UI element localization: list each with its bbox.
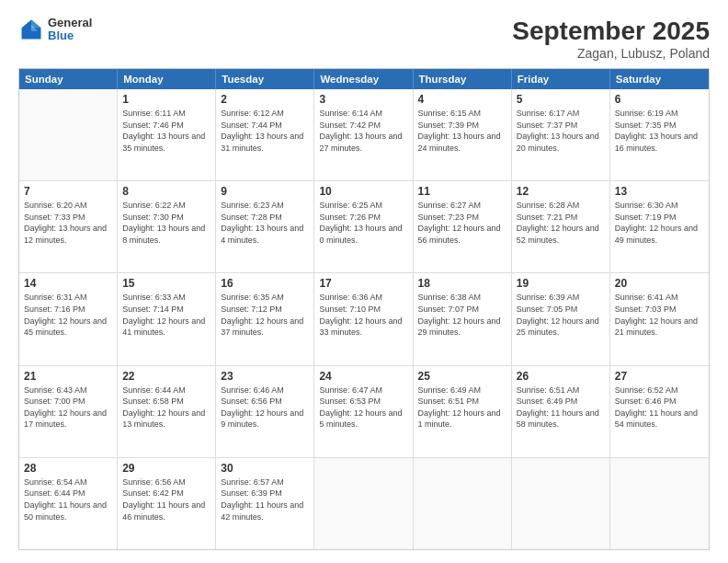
cell-w4-d5	[512, 458, 610, 549]
cell-w0-d0	[19, 89, 118, 180]
cell-w4-d2: 30Sunrise: 6:57 AM Sunset: 6:39 PM Dayli…	[216, 458, 314, 549]
day-number: 17	[319, 277, 407, 290]
cell-w1-d6: 13Sunrise: 6:30 AM Sunset: 7:19 PM Dayli…	[610, 181, 709, 272]
cell-detail: Sunrise: 6:31 AM Sunset: 7:16 PM Dayligh…	[24, 292, 112, 338]
calendar-body: 1Sunrise: 6:11 AM Sunset: 7:46 PM Daylig…	[19, 89, 709, 549]
logo-general: General	[48, 17, 92, 29]
day-number: 13	[615, 185, 704, 198]
day-number: 25	[418, 370, 506, 383]
cell-w1-d5: 12Sunrise: 6:28 AM Sunset: 7:21 PM Dayli…	[512, 181, 610, 272]
cell-detail: Sunrise: 6:39 AM Sunset: 7:05 PM Dayligh…	[517, 292, 605, 338]
cell-detail: Sunrise: 6:38 AM Sunset: 7:07 PM Dayligh…	[418, 292, 506, 338]
header-sunday: Sunday	[19, 69, 118, 89]
logo-icon	[18, 17, 44, 42]
cell-w2-d0: 14Sunrise: 6:31 AM Sunset: 7:16 PM Dayli…	[19, 273, 118, 364]
cell-w4-d1: 29Sunrise: 6:56 AM Sunset: 6:42 PM Dayli…	[118, 458, 216, 549]
week-row-0: 1Sunrise: 6:11 AM Sunset: 7:46 PM Daylig…	[19, 89, 709, 181]
cell-w0-d3: 3Sunrise: 6:14 AM Sunset: 7:42 PM Daylig…	[314, 89, 413, 180]
cell-detail: Sunrise: 6:23 AM Sunset: 7:28 PM Dayligh…	[221, 200, 309, 246]
day-number: 1	[122, 93, 210, 106]
cell-w2-d6: 20Sunrise: 6:41 AM Sunset: 7:03 PM Dayli…	[610, 273, 709, 364]
day-number: 20	[615, 277, 704, 290]
cell-detail: Sunrise: 6:44 AM Sunset: 6:58 PM Dayligh…	[122, 385, 210, 431]
cell-detail: Sunrise: 6:14 AM Sunset: 7:42 PM Dayligh…	[319, 108, 407, 154]
day-number: 4	[418, 93, 506, 106]
cell-w3-d0: 21Sunrise: 6:43 AM Sunset: 7:00 PM Dayli…	[19, 366, 118, 457]
day-number: 15	[122, 277, 210, 290]
day-number: 11	[418, 185, 506, 198]
cell-detail: Sunrise: 6:47 AM Sunset: 6:53 PM Dayligh…	[319, 385, 407, 431]
cell-w3-d5: 26Sunrise: 6:51 AM Sunset: 6:49 PM Dayli…	[512, 366, 610, 457]
cell-w4-d0: 28Sunrise: 6:54 AM Sunset: 6:44 PM Dayli…	[19, 458, 118, 549]
header-saturday: Saturday	[610, 69, 709, 89]
cell-detail: Sunrise: 6:15 AM Sunset: 7:39 PM Dayligh…	[418, 108, 506, 154]
day-number: 27	[615, 370, 704, 383]
cell-w1-d4: 11Sunrise: 6:27 AM Sunset: 7:23 PM Dayli…	[414, 181, 512, 272]
day-number: 28	[24, 462, 112, 475]
day-number: 29	[122, 462, 210, 475]
day-number: 12	[517, 185, 605, 198]
day-number: 14	[24, 277, 112, 290]
header: General Blue September 2025 Zagan, Lubus…	[18, 17, 710, 61]
cell-detail: Sunrise: 6:11 AM Sunset: 7:46 PM Dayligh…	[122, 108, 210, 154]
header-wednesday: Wednesday	[314, 69, 413, 89]
day-number: 21	[24, 370, 112, 383]
day-number: 9	[221, 185, 309, 198]
cell-w2-d5: 19Sunrise: 6:39 AM Sunset: 7:05 PM Dayli…	[512, 273, 610, 364]
cell-detail: Sunrise: 6:43 AM Sunset: 7:00 PM Dayligh…	[24, 385, 112, 431]
cell-w0-d6: 6Sunrise: 6:19 AM Sunset: 7:35 PM Daylig…	[610, 89, 709, 180]
cell-detail: Sunrise: 6:33 AM Sunset: 7:14 PM Dayligh…	[122, 292, 210, 338]
header-friday: Friday	[512, 69, 610, 89]
cell-w1-d0: 7Sunrise: 6:20 AM Sunset: 7:33 PM Daylig…	[19, 181, 118, 272]
week-row-4: 28Sunrise: 6:54 AM Sunset: 6:44 PM Dayli…	[19, 458, 709, 549]
header-thursday: Thursday	[414, 69, 512, 89]
cell-w1-d3: 10Sunrise: 6:25 AM Sunset: 7:26 PM Dayli…	[314, 181, 413, 272]
cell-w3-d6: 27Sunrise: 6:52 AM Sunset: 6:46 PM Dayli…	[610, 366, 709, 457]
cell-w4-d4	[414, 458, 512, 549]
day-number: 22	[122, 370, 210, 383]
cell-detail: Sunrise: 6:17 AM Sunset: 7:37 PM Dayligh…	[517, 108, 605, 154]
cell-w3-d2: 23Sunrise: 6:46 AM Sunset: 6:56 PM Dayli…	[216, 366, 314, 457]
cell-detail: Sunrise: 6:35 AM Sunset: 7:12 PM Dayligh…	[221, 292, 309, 338]
cell-detail: Sunrise: 6:12 AM Sunset: 7:44 PM Dayligh…	[221, 108, 309, 154]
cell-detail: Sunrise: 6:22 AM Sunset: 7:30 PM Dayligh…	[122, 200, 210, 246]
cell-w4-d6	[610, 458, 709, 549]
day-number: 3	[319, 93, 407, 106]
week-row-3: 21Sunrise: 6:43 AM Sunset: 7:00 PM Dayli…	[19, 366, 709, 458]
cell-detail: Sunrise: 6:27 AM Sunset: 7:23 PM Dayligh…	[418, 200, 506, 246]
cell-w2-d2: 16Sunrise: 6:35 AM Sunset: 7:12 PM Dayli…	[216, 273, 314, 364]
day-number: 5	[517, 93, 605, 106]
calendar-subtitle: Zagan, Lubusz, Poland	[512, 46, 710, 61]
cell-w0-d2: 2Sunrise: 6:12 AM Sunset: 7:44 PM Daylig…	[216, 89, 314, 180]
logo-blue: Blue	[48, 29, 92, 42]
cell-detail: Sunrise: 6:54 AM Sunset: 6:44 PM Dayligh…	[24, 477, 112, 523]
cell-w4-d3	[314, 458, 413, 549]
day-number: 19	[517, 277, 605, 290]
logo: General Blue	[18, 17, 92, 43]
week-row-2: 14Sunrise: 6:31 AM Sunset: 7:16 PM Dayli…	[19, 273, 709, 365]
cell-w2-d4: 18Sunrise: 6:38 AM Sunset: 7:07 PM Dayli…	[414, 273, 512, 364]
day-number: 8	[122, 185, 210, 198]
cell-detail: Sunrise: 6:49 AM Sunset: 6:51 PM Dayligh…	[418, 385, 506, 431]
day-number: 2	[221, 93, 309, 106]
cell-detail: Sunrise: 6:30 AM Sunset: 7:19 PM Dayligh…	[615, 200, 704, 246]
cell-detail: Sunrise: 6:57 AM Sunset: 6:39 PM Dayligh…	[221, 477, 309, 523]
cell-detail: Sunrise: 6:36 AM Sunset: 7:10 PM Dayligh…	[319, 292, 407, 338]
title-block: September 2025 Zagan, Lubusz, Poland	[512, 17, 710, 61]
day-number: 30	[221, 462, 309, 475]
cell-w3-d3: 24Sunrise: 6:47 AM Sunset: 6:53 PM Dayli…	[314, 366, 413, 457]
day-number: 16	[221, 277, 309, 290]
day-number: 24	[319, 370, 407, 383]
cell-detail: Sunrise: 6:51 AM Sunset: 6:49 PM Dayligh…	[517, 385, 605, 431]
day-number: 6	[615, 93, 704, 106]
cell-w1-d2: 9Sunrise: 6:23 AM Sunset: 7:28 PM Daylig…	[216, 181, 314, 272]
cell-w2-d3: 17Sunrise: 6:36 AM Sunset: 7:10 PM Dayli…	[314, 273, 413, 364]
cell-w0-d4: 4Sunrise: 6:15 AM Sunset: 7:39 PM Daylig…	[414, 89, 512, 180]
page: General Blue September 2025 Zagan, Lubus…	[0, 0, 728, 563]
cell-w2-d1: 15Sunrise: 6:33 AM Sunset: 7:14 PM Dayli…	[118, 273, 216, 364]
cell-detail: Sunrise: 6:46 AM Sunset: 6:56 PM Dayligh…	[221, 385, 309, 431]
cell-w3-d4: 25Sunrise: 6:49 AM Sunset: 6:51 PM Dayli…	[414, 366, 512, 457]
cell-detail: Sunrise: 6:28 AM Sunset: 7:21 PM Dayligh…	[517, 200, 605, 246]
week-row-1: 7Sunrise: 6:20 AM Sunset: 7:33 PM Daylig…	[19, 181, 709, 273]
cell-w1-d1: 8Sunrise: 6:22 AM Sunset: 7:30 PM Daylig…	[118, 181, 216, 272]
